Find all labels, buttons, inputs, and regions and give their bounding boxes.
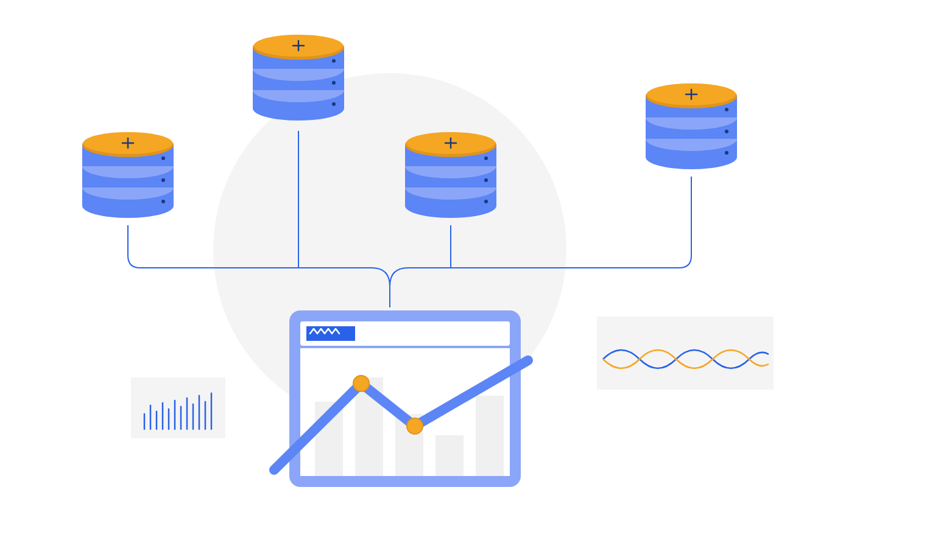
database-icon-2 [253, 35, 344, 121]
database-icon-4 [646, 83, 737, 169]
mini-bar-chart-icon [131, 377, 225, 438]
diagram-canvas [0, 0, 938, 560]
svg-point-20 [353, 376, 369, 391]
database-icon-3 [405, 132, 496, 218]
mini-wave-chart-icon [597, 317, 774, 390]
dashboard-panel [274, 310, 528, 487]
database-icon-1 [82, 132, 174, 218]
svg-rect-19 [476, 396, 504, 476]
svg-point-21 [407, 418, 423, 434]
svg-rect-18 [436, 435, 464, 476]
